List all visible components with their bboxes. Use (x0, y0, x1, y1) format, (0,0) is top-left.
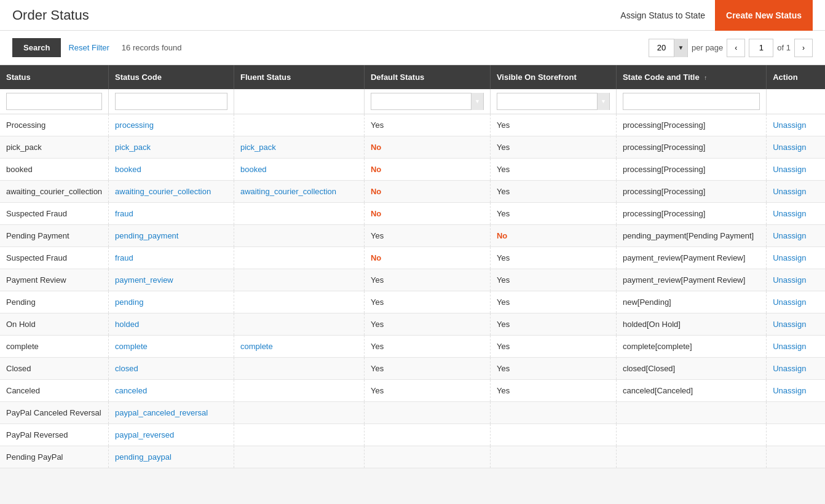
reset-filter-link[interactable]: Reset Filter (68, 43, 109, 52)
status-link[interactable]: Pending PayPal (6, 452, 63, 462)
status-link[interactable]: Pending Payment (6, 231, 69, 240)
status-code-link[interactable]: pick_pack (115, 143, 151, 152)
status-link[interactable]: complete (6, 342, 39, 351)
unassign-link[interactable]: Unassign (773, 187, 806, 196)
visible-value: Yes (497, 342, 510, 351)
cell-fluent-status (234, 402, 364, 424)
filter-default-arrow[interactable]: ▼ (471, 93, 483, 110)
default-status-value: Yes (371, 120, 384, 130)
status-code-link[interactable]: fraud (115, 253, 133, 262)
status-link[interactable]: awaiting_courier_collection (6, 187, 102, 196)
unassign-link[interactable]: Unassign (773, 386, 806, 395)
unassign-link[interactable]: Unassign (773, 209, 806, 218)
prev-page-button[interactable]: ‹ (727, 39, 745, 57)
status-code-link[interactable]: payment_review (115, 275, 173, 285)
cell-fluent-status (234, 358, 364, 380)
state-code-value: complete[complete] (623, 342, 692, 351)
table-row: Suspected Fraud fraud No Yes payment_rev… (0, 247, 825, 269)
status-link[interactable]: Processing (6, 120, 45, 130)
assign-status-link[interactable]: Assign Status to State (620, 10, 705, 20)
status-link[interactable]: Suspected Fraud (6, 209, 67, 218)
cell-status-code: pending (109, 291, 234, 313)
unassign-link[interactable]: Unassign (773, 231, 806, 240)
status-link[interactable]: On Hold (6, 320, 36, 329)
filter-default-select[interactable]: ▼ (371, 93, 484, 110)
status-code-link[interactable]: processing (115, 120, 154, 130)
cell-visible-storefront: Yes (490, 114, 616, 136)
filter-status-code-input[interactable] (115, 93, 227, 110)
status-link[interactable]: Pending (6, 297, 36, 307)
status-link[interactable]: Canceled (6, 386, 40, 395)
col-header-default-status: Default Status (364, 65, 490, 89)
cell-status-code: pending_paypal (109, 446, 234, 468)
status-code-link[interactable]: pending_payment (115, 231, 178, 240)
cell-fluent-status: pick_pack (234, 136, 364, 159)
status-code-link[interactable]: canceled (115, 386, 147, 395)
filter-state-input[interactable] (623, 93, 760, 110)
table-row: On Hold holded Yes Yes holded[On Hold] U… (0, 313, 825, 336)
unassign-link[interactable]: Unassign (773, 143, 806, 152)
unassign-link[interactable]: Unassign (773, 297, 806, 307)
status-code-link[interactable]: paypal_reversed (115, 430, 174, 439)
status-link[interactable]: pick_pack (6, 143, 42, 152)
status-code-link[interactable]: complete (115, 342, 148, 351)
cell-status: Canceled (0, 380, 109, 402)
cell-fluent-status (234, 114, 364, 136)
col-header-fluent-status: Fluent Status (234, 65, 364, 89)
cell-state-code: processing[Processing] (616, 159, 766, 181)
status-code-link[interactable]: booked (115, 165, 141, 174)
per-page-dropdown-arrow[interactable]: ▼ (674, 39, 687, 57)
per-page-select[interactable]: ▼ (649, 39, 688, 57)
cell-visible-storefront: Yes (490, 380, 616, 402)
status-link[interactable]: booked (6, 165, 33, 174)
status-code-link[interactable]: awaiting_courier_collection (115, 187, 211, 196)
default-status-value: No (371, 143, 381, 152)
default-status-value: Yes (371, 364, 384, 373)
status-code-link[interactable]: pending_paypal (115, 452, 172, 462)
status-link[interactable]: Suspected Fraud (6, 253, 67, 262)
next-page-button[interactable]: › (794, 39, 813, 57)
state-code-value: new[Pending] (623, 297, 671, 307)
default-status-value: Yes (371, 342, 384, 351)
create-new-button[interactable]: Create New Status (715, 0, 813, 31)
default-status-value: No (371, 253, 381, 262)
status-code-link[interactable]: fraud (115, 209, 133, 218)
per-page-input[interactable] (649, 43, 674, 52)
cell-fluent-status (234, 247, 364, 269)
status-code-link[interactable]: pending (115, 297, 143, 307)
cell-default-status (364, 446, 490, 468)
unassign-link[interactable]: Unassign (773, 120, 806, 130)
status-link[interactable]: PayPal Reversed (6, 430, 68, 439)
status-link[interactable]: Payment Review (6, 275, 66, 285)
status-link[interactable]: Closed (6, 364, 31, 373)
unassign-link[interactable]: Unassign (773, 320, 806, 329)
unassign-link[interactable]: Unassign (773, 364, 806, 373)
cell-fluent-status (234, 380, 364, 402)
status-code-link[interactable]: closed (115, 364, 138, 373)
fluent-status-link[interactable]: pick_pack (240, 143, 276, 152)
state-code-value: processing[Processing] (623, 143, 705, 152)
filter-visible-select[interactable]: ▼ (497, 93, 610, 110)
status-code-link[interactable]: holded (115, 320, 139, 329)
status-link[interactable]: PayPal Canceled Reversal (6, 408, 101, 417)
filter-default-value[interactable] (371, 95, 471, 108)
filter-status-input[interactable] (6, 93, 102, 110)
filter-visible-arrow[interactable]: ▼ (597, 93, 609, 110)
filter-visible-value[interactable] (497, 95, 597, 108)
cell-state-code (616, 446, 766, 468)
unassign-link[interactable]: Unassign (773, 253, 806, 262)
unassign-link[interactable]: Unassign (773, 165, 806, 174)
unassign-link[interactable]: Unassign (773, 342, 806, 351)
unassign-link[interactable]: Unassign (773, 275, 806, 285)
page-number-input[interactable] (749, 39, 773, 57)
cell-status-code: paypal_reversed (109, 424, 234, 446)
status-code-link[interactable]: paypal_canceled_reversal (115, 408, 208, 417)
table-row: Pending Payment pending_payment Yes No p… (0, 225, 825, 247)
fluent-status-link[interactable]: booked (240, 165, 267, 174)
fluent-status-link[interactable]: complete (240, 342, 273, 351)
search-button[interactable]: Search (12, 38, 61, 57)
cell-state-code: processing[Processing] (616, 136, 766, 159)
table-row: booked booked booked No Yes processing[P… (0, 159, 825, 181)
fluent-status-link[interactable]: awaiting_courier_collection (240, 187, 336, 196)
cell-action: Unassign (767, 313, 825, 336)
